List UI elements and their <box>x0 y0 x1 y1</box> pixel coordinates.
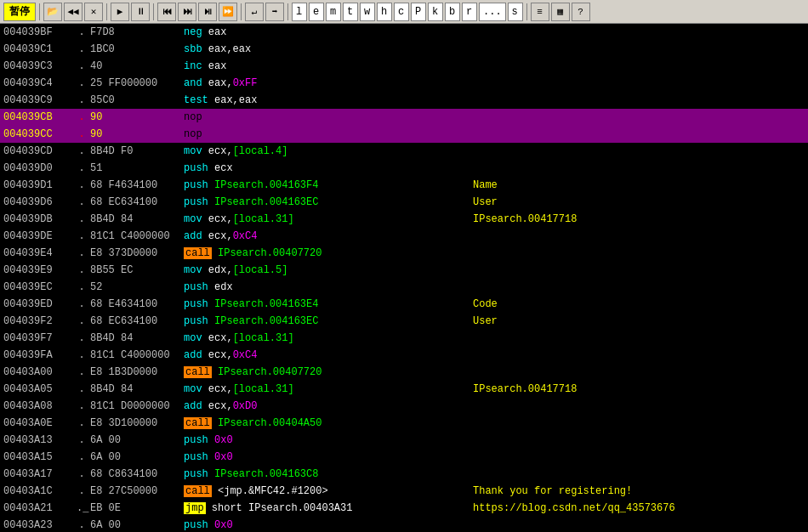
table-row[interactable]: 004039CB . 90 nop <box>0 109 808 126</box>
table-row[interactable]: 00403A05 . 8B4D 84 mov ecx,[local.31] IP… <box>0 381 808 398</box>
bytes: 6A 00 <box>87 451 180 463</box>
table-row[interactable]: 004039E4 . E8 373D0000 call IPsearch.004… <box>0 245 808 262</box>
table-row[interactable]: 004039DE . 81C1 C4000000 add ecx,0xC4 <box>0 228 808 245</box>
table-row[interactable]: 004039DB . 8B4D 84 mov ecx,[local.31] IP… <box>0 211 808 228</box>
bytes: 1BC0 <box>87 43 180 55</box>
address: 004039DE <box>0 230 77 242</box>
table-row[interactable]: 004039CD . 8B4D F0 mov ecx,[local.4] <box>0 143 808 160</box>
table-row[interactable]: 00403A17 . 68 C8634100 push IPsearch.004… <box>0 466 808 483</box>
h-btn[interactable]: h <box>377 3 392 21</box>
instruction: push edx <box>180 281 469 293</box>
l-btn[interactable]: l <box>292 3 307 21</box>
bytes: 68 E4634100 <box>87 298 180 310</box>
bytes: 8B55 EC <box>87 264 180 276</box>
comment: IPsearch.00417718 <box>469 213 808 225</box>
instruction: push 0x0 <box>180 451 469 463</box>
breakpoint-dot: . <box>77 179 87 191</box>
goto-btn[interactable]: ➡ <box>265 3 284 21</box>
run-to-btn[interactable]: ⏩ <box>219 3 237 21</box>
address: 004039F2 <box>0 315 77 327</box>
execute-btn[interactable]: ↵ <box>245 3 264 21</box>
breakpoint-dot: . <box>77 43 87 55</box>
table-row[interactable]: 004039D0 . 51 push ecx <box>0 160 808 177</box>
s-btn[interactable]: s <box>508 3 523 21</box>
P-btn[interactable]: P <box>411 3 426 21</box>
disasm-view: 004039BF . F7D8 neg eax 004039C1 . 1BC0 … <box>0 24 808 532</box>
table-row[interactable]: 004039D6 . 68 EC634100 push IPsearch.004… <box>0 194 808 211</box>
table-row[interactable]: 00403A1C . E8 27C50000 call <jmp.&MFC42.… <box>0 483 808 500</box>
step-out-btn[interactable]: ⏯ <box>198 3 217 21</box>
pause-label[interactable]: 暂停 <box>3 3 36 21</box>
table-row[interactable]: 004039E9 . 8B55 EC mov edx,[local.5] <box>0 262 808 279</box>
bytes: 68 C8634100 <box>87 468 180 480</box>
bytes: 81C1 C4000000 <box>87 230 180 242</box>
table-row[interactable]: 004039F7 . 8B4D 84 mov ecx,[local.31] <box>0 330 808 347</box>
step-over-btn[interactable]: ⏭ <box>178 3 196 21</box>
play-btn[interactable]: ▶ <box>111 3 129 21</box>
bytes: E8 3D100000 <box>87 417 180 429</box>
address: 00403A17 <box>0 468 77 480</box>
w-btn[interactable]: w <box>360 3 375 21</box>
b-btn[interactable]: b <box>445 3 460 21</box>
table-row[interactable]: 00403A13 . 6A 00 push 0x0 <box>0 432 808 449</box>
instruction: call IPsearch.00407720 <box>180 247 469 259</box>
table-row[interactable]: 004039C4 . 25 FF000000 and eax,0xFF <box>0 75 808 92</box>
table-row[interactable]: 00403A00 . E8 1B3D0000 call IPsearch.004… <box>0 364 808 381</box>
bytes: 40 <box>87 60 180 72</box>
address: 004039BF <box>0 26 77 38</box>
instruction: jmp short IPsearch.00403A31 <box>180 502 469 514</box>
close-btn[interactable]: ✕ <box>84 3 103 21</box>
bytes: 25 FF000000 <box>87 77 180 89</box>
help-btn[interactable]: ? <box>572 3 590 21</box>
table-row[interactable]: 004039ED . 68 E4634100 push IPsearch.004… <box>0 296 808 313</box>
bytes: EB 0E <box>87 502 180 514</box>
r-btn[interactable]: r <box>462 3 477 21</box>
table-row[interactable]: 004039C9 . 85C0 test eax,eax <box>0 92 808 109</box>
c-btn[interactable]: c <box>394 3 409 21</box>
bytes: 52 <box>87 281 180 293</box>
instruction: mov ecx,[local.4] <box>180 145 469 157</box>
ellipsis-btn[interactable]: ... <box>479 3 506 21</box>
table-row[interactable]: 004039F2 . 68 EC634100 push IPsearch.004… <box>0 313 808 330</box>
table-row[interactable]: 004039FA . 81C1 C4000000 add ecx,0xC4 <box>0 347 808 364</box>
e-btn[interactable]: e <box>309 3 324 21</box>
k-btn[interactable]: k <box>428 3 443 21</box>
pause-btn[interactable]: ⏸ <box>131 3 150 21</box>
breakpoint-dot: . <box>77 400 87 412</box>
table-row[interactable]: 004039CC . 90 nop <box>0 126 808 143</box>
table-row[interactable]: 00403A15 . 6A 00 push 0x0 <box>0 449 808 466</box>
instruction: push IPsearch.004163F4 <box>180 179 469 191</box>
sep2 <box>106 3 107 20</box>
table-row[interactable]: 004039BF . F7D8 neg eax <box>0 24 808 41</box>
table-row[interactable]: 00403A0E . E8 3D100000 call IPsearch.004… <box>0 415 808 432</box>
grid-btn[interactable]: ▦ <box>551 3 570 21</box>
comment: IPsearch.00417718 <box>469 383 808 395</box>
bytes: 81C1 C4000000 <box>87 349 180 361</box>
comment: Thank you for registering! <box>469 485 808 497</box>
list-btn[interactable]: ≡ <box>531 3 549 21</box>
m-btn[interactable]: m <box>326 3 341 21</box>
table-row[interactable]: 004039EC . 52 push edx <box>0 279 808 296</box>
table-row[interactable]: 00403A23 . 6A 00 push 0x0 <box>0 517 808 532</box>
back-btn[interactable]: ◀◀ <box>64 3 83 21</box>
breakpoint-dot: . <box>77 145 87 157</box>
table-row[interactable]: 00403A21 ._ EB 0E jmp short IPsearch.004… <box>0 500 808 517</box>
table-row[interactable]: 00403A08 . 81C1 D0000000 add ecx,0xD0 <box>0 398 808 415</box>
open-btn[interactable]: 📂 <box>43 3 62 21</box>
instruction: add ecx,0xC4 <box>180 349 469 361</box>
instruction: push ecx <box>180 162 469 174</box>
breakpoint-dot: . <box>77 264 87 276</box>
table-row[interactable]: 004039C3 . 40 inc eax <box>0 58 808 75</box>
instruction: nop <box>180 128 469 140</box>
breakpoint-dot: . <box>77 383 87 395</box>
table-row[interactable]: 004039D1 . 68 F4634100 push IPsearch.004… <box>0 177 808 194</box>
t-btn[interactable]: t <box>343 3 358 21</box>
table-row[interactable]: 004039C1 . 1BC0 sbb eax,eax <box>0 41 808 58</box>
breakpoint-dot: . <box>77 315 87 327</box>
address: 004039FA <box>0 349 77 361</box>
step-into-btn[interactable]: ⏮ <box>157 3 176 21</box>
instruction: test eax,eax <box>180 94 469 106</box>
bytes: E8 27C50000 <box>87 485 180 497</box>
instruction: mov edx,[local.5] <box>180 264 469 276</box>
address: 004039ED <box>0 298 77 310</box>
